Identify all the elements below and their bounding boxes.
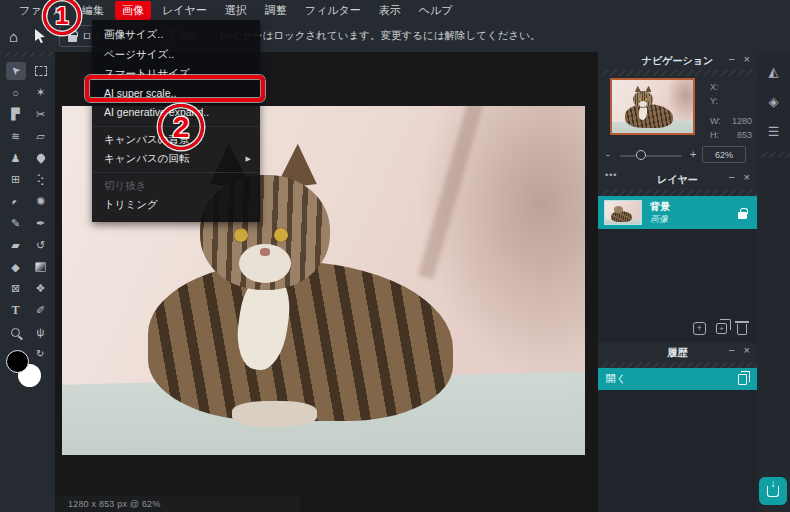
navigation-info: X: Y: W:1280 H:853 (710, 80, 752, 142)
panel-resize-hatch (757, 152, 790, 158)
crop-tool[interactable]: ▛ (6, 105, 26, 123)
layers-menu-icon[interactable]: ••• (605, 170, 617, 180)
status-bar: 1280 x 853 px @ 62% (55, 496, 300, 512)
layer-row-background[interactable]: 背景 画像 (598, 196, 757, 229)
navigation-panel: ナビゲーション − × X: Y: W:1280 (598, 52, 757, 170)
smudge-tool[interactable]: ↺ (31, 236, 51, 254)
drop-icon (35, 152, 46, 163)
arrange-tool-icon: ➤ (8, 63, 24, 79)
marquee-select-tool[interactable] (31, 62, 51, 80)
add-layer-button[interactable]: + (693, 322, 706, 335)
scissors-icon: ✂ (36, 108, 45, 121)
menu-select[interactable]: 選択 (216, 0, 256, 21)
menu-help[interactable]: ヘルプ (410, 0, 462, 21)
minimize-icon[interactable]: − (729, 171, 735, 183)
shape-icon: ❖ (36, 282, 46, 295)
zoom-control: - + 62% (606, 146, 751, 164)
minimize-icon[interactable]: − (729, 344, 735, 356)
arrange-tool[interactable]: ➤ (6, 62, 26, 80)
text-tool[interactable]: T (6, 302, 26, 320)
sponge-tool[interactable]: ⢕ (31, 171, 51, 189)
annotation-step-2: 2 (158, 104, 204, 150)
zoom-out-button[interactable]: - (606, 148, 610, 160)
layer-thumbnail (604, 200, 642, 225)
navigation-thumbnail[interactable] (610, 78, 695, 135)
pencil-tool[interactable]: ✎ (6, 214, 26, 232)
tool-grid: ➤ ○ ✶ ▛ ✂ ≋ ▱ ♟ ⊞ ⢕ ◐ ✺ ✎ ✒ ▰ ↺ ◆ ⊠ ❖ T … (3, 60, 53, 343)
height-label: H: (710, 128, 719, 142)
hand-tool[interactable]: ψ (31, 323, 51, 341)
heal-tool[interactable]: ▱ (31, 127, 51, 145)
zoom-value-field[interactable]: 62% (702, 146, 746, 163)
blur-tool[interactable] (31, 149, 51, 167)
frame-tool[interactable]: ⊠ (6, 280, 26, 298)
panel-resize-hatch (0, 52, 55, 57)
magnifier-icon (11, 328, 20, 337)
pixelate-icon: ⊞ (11, 173, 20, 186)
eraser-tool[interactable]: ▰ (6, 236, 26, 254)
sponge-icon: ⢕ (36, 173, 44, 186)
menu-filter[interactable]: フィルター (296, 0, 370, 21)
duplicate-layer-button[interactable]: + (716, 323, 727, 334)
pixelate-tool[interactable]: ⊞ (6, 171, 26, 189)
gradient-tool[interactable] (31, 258, 51, 276)
download-icon: ↓ (767, 486, 779, 497)
heal-icon: ▱ (36, 130, 44, 143)
close-icon[interactable]: × (744, 171, 750, 183)
fill-icon: ◆ (11, 261, 19, 274)
eraser-icon: ▰ (11, 239, 19, 252)
zoom-slider-track[interactable] (620, 155, 682, 157)
history-item-open[interactable]: 開く (598, 368, 757, 390)
shape-tool[interactable]: ❖ (31, 280, 51, 298)
history-document-icon (738, 371, 747, 389)
annotation-highlight-box (85, 75, 265, 102)
home-icon[interactable]: ⌂ (9, 28, 18, 45)
delete-layer-button[interactable] (737, 324, 747, 335)
sharpen-tool[interactable]: ✺ (31, 193, 51, 211)
clone-stamp-tool[interactable]: ♟ (6, 149, 26, 167)
wand-icon: ✶ (36, 86, 45, 99)
layer-locked-message: レイヤーはロックされています。変更するには解除してください。 (220, 29, 541, 43)
hand-icon: ψ (37, 326, 45, 338)
smudge-icon: ↺ (36, 239, 45, 252)
swap-colors-icon[interactable]: ↻ (36, 348, 44, 359)
layers-panel-title: レイヤー (657, 173, 698, 187)
menu-view[interactable]: 表示 (370, 0, 410, 21)
right-panel-column: ナビゲーション − × X: Y: W:1280 (598, 52, 757, 512)
width-label: W: (710, 114, 721, 128)
fill-tool[interactable]: ◆ (6, 258, 26, 276)
properties-panel-icon[interactable]: ◭ (757, 56, 790, 86)
menu-bar: ファイル 編集 画像 レイヤー 選択 調整 フィルター 表示 ヘルプ (0, 0, 790, 20)
zoom-tool[interactable] (6, 323, 26, 341)
eyedropper-tool[interactable]: ✐ (31, 302, 51, 320)
arrange-cursor-icon[interactable] (34, 29, 47, 43)
layer-lock-icon[interactable] (738, 205, 747, 223)
zoom-in-button[interactable]: + (690, 148, 696, 160)
minimize-icon[interactable]: − (729, 53, 735, 65)
brush-tool[interactable]: ✒ (31, 214, 51, 232)
zoom-slider-knob[interactable] (636, 150, 646, 160)
lasso-select-tool[interactable]: ○ (6, 84, 26, 102)
history-item-label: 開く (606, 372, 738, 386)
width-value: 1280 (732, 114, 752, 128)
menu-item-trim[interactable]: トリミング (92, 195, 260, 215)
layers-footer: + + (598, 317, 757, 339)
history-panel-icon[interactable]: ☰ (757, 116, 790, 146)
menu-layer[interactable]: レイヤー (153, 0, 216, 21)
foreground-color-swatch[interactable] (6, 350, 29, 373)
menu-item-canvas-rotate[interactable]: キャンバスの回転 ▶ (92, 149, 260, 169)
menu-separator (92, 172, 260, 173)
layers-panel-icon[interactable]: ◈ (757, 86, 790, 116)
liquify-tool[interactable]: ≋ (6, 127, 26, 145)
menu-item-image-size[interactable]: 画像サイズ.. (92, 25, 260, 45)
wand-select-tool[interactable]: ✶ (31, 84, 51, 102)
download-button[interactable]: ↓ (759, 477, 787, 505)
dodge-burn-tool[interactable]: ◐ (6, 193, 26, 211)
cutout-tool[interactable]: ✂ (31, 105, 51, 123)
close-icon[interactable]: × (744, 344, 750, 356)
menu-image[interactable]: 画像 (115, 1, 151, 20)
frame-icon: ⊠ (11, 282, 20, 295)
menu-item-page-size[interactable]: ページサイズ.. (92, 45, 260, 65)
close-icon[interactable]: × (744, 53, 750, 65)
menu-adjust[interactable]: 調整 (256, 0, 296, 21)
